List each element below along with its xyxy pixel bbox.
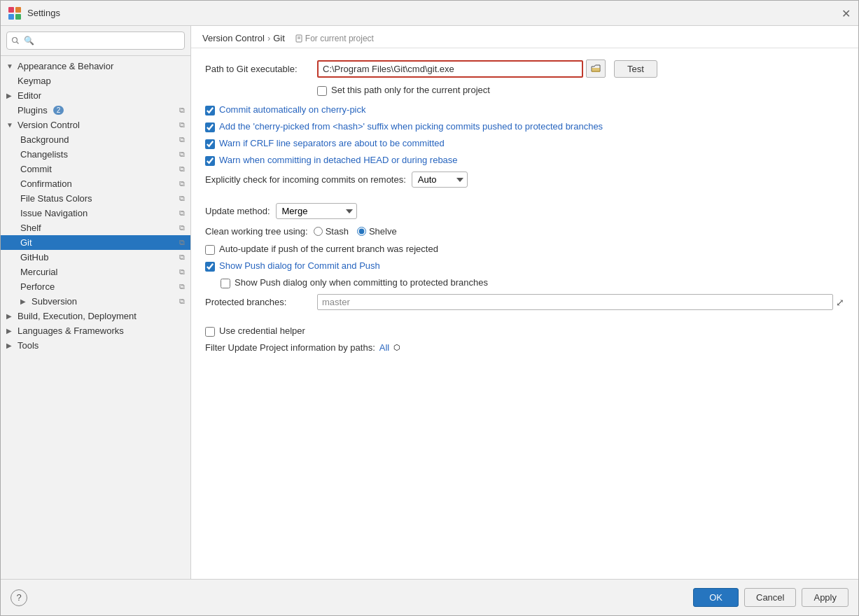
- expand-arrow-tools: ▶: [6, 342, 15, 349]
- svg-rect-2: [8, 14, 14, 20]
- crlf-checkbox[interactable]: [205, 139, 215, 149]
- sidebar-item-file-status[interactable]: File Status Colors ⧉: [1, 191, 190, 206]
- sidebar-item-mercurial[interactable]: Mercurial ⧉: [1, 265, 190, 279]
- filter-value[interactable]: All: [379, 342, 389, 353]
- shelve-radio[interactable]: [357, 227, 366, 236]
- svg-rect-3: [15, 14, 21, 20]
- sidebar: ▼ Appearance & Behavior Keymap ▶ Editor …: [1, 26, 191, 579]
- stash-label: Stash: [326, 226, 349, 237]
- cherry-suffix-label: Add the 'cherry-picked from <hash>' suff…: [219, 121, 603, 132]
- sidebar-item-languages[interactable]: ▶ Languages & Frameworks: [1, 323, 190, 338]
- copy-icon-perforce: ⧉: [179, 282, 185, 291]
- show-push-protected-checkbox[interactable]: [221, 279, 230, 288]
- sidebar-item-version-control[interactable]: ▼ Version Control ⧉: [1, 118, 190, 132]
- filter-spinner[interactable]: ⬡: [393, 343, 400, 352]
- only-project-checkbox[interactable]: [317, 86, 327, 96]
- credential-label: Use credential helper: [219, 326, 305, 336]
- cancel-button[interactable]: Cancel: [744, 588, 796, 607]
- help-button[interactable]: ?: [11, 589, 27, 606]
- detached-checkbox[interactable]: [205, 156, 215, 166]
- filter-label: Filter Update Project information by pat…: [205, 342, 375, 353]
- sidebar-item-changelists[interactable]: Changelists ⧉: [1, 147, 190, 162]
- sidebar-item-plugins[interactable]: Plugins 2 ⧉: [1, 103, 190, 118]
- sidebar-item-commit-label: Commit: [20, 164, 52, 174]
- copy-icon-background: ⧉: [179, 135, 185, 144]
- sidebar-item-tools[interactable]: ▶ Tools: [1, 338, 190, 353]
- auto-update-label: Auto-update if push of the current branc…: [219, 244, 438, 254]
- show-push-row: Show Push dialog for Commit and Push: [205, 260, 844, 272]
- sidebar-item-build-label: Build, Execution, Deployment: [18, 311, 137, 321]
- git-path-row: Path to Git executable: Test: [205, 59, 844, 78]
- update-method-row: Update method: Merge Rebase Branch Defau…: [205, 203, 844, 219]
- expand-arrow-editor: ▶: [6, 92, 15, 99]
- breadcrumb-for-project: For current project: [295, 34, 374, 43]
- only-project-label: Set this path only for the current proje…: [331, 85, 490, 95]
- sidebar-item-perforce[interactable]: Perforce ⧉: [1, 279, 190, 294]
- shelve-option: Shelve: [357, 226, 397, 237]
- test-button[interactable]: Test: [614, 60, 657, 78]
- copy-icon-issue-nav: ⧉: [179, 209, 185, 218]
- copy-icon-vc: ⧉: [179, 120, 185, 130]
- protected-expand-button[interactable]: ⤢: [836, 297, 844, 308]
- clean-label: Clean working tree using:: [205, 226, 308, 237]
- detached-row: Warn when committing in detached HEAD or…: [205, 155, 844, 166]
- folder-icon: [591, 64, 601, 73]
- update-method-dropdown[interactable]: Merge Rebase Branch Default: [276, 203, 357, 219]
- sidebar-item-subversion-label: Subversion: [32, 296, 77, 307]
- clean-row: Clean working tree using: Stash Shelve: [205, 226, 844, 237]
- sidebar-item-file-status-label: File Status Colors: [20, 193, 92, 204]
- sidebar-item-appearance[interactable]: ▼ Appearance & Behavior: [1, 59, 190, 74]
- cherry-suffix-checkbox[interactable]: [205, 122, 215, 132]
- sidebar-item-languages-label: Languages & Frameworks: [18, 326, 124, 336]
- sidebar-item-shelf-label: Shelf: [20, 223, 41, 233]
- sidebar-item-confirmation[interactable]: Confirmation ⧉: [1, 176, 190, 191]
- sidebar-item-github[interactable]: GitHub ⧉: [1, 250, 190, 265]
- git-path-input[interactable]: [317, 60, 583, 78]
- crlf-row: Warn if CRLF line separators are about t…: [205, 138, 844, 149]
- folder-browse-button[interactable]: [586, 59, 606, 78]
- cherry-pick-label: Commit automatically on cherry-pick: [219, 104, 366, 115]
- shelve-label: Shelve: [369, 226, 397, 237]
- expand-arrow-languages: ▶: [6, 327, 15, 335]
- sidebar-item-shelf[interactable]: Shelf ⧉: [1, 220, 190, 235]
- sidebar-item-git[interactable]: Git ⧉: [1, 235, 190, 250]
- sidebar-item-commit[interactable]: Commit ⧉: [1, 162, 190, 176]
- show-push-label: Show Push dialog for Commit and Push: [219, 260, 380, 271]
- sidebar-item-editor[interactable]: ▶ Editor: [1, 88, 190, 103]
- clean-radio-group: Stash Shelve: [314, 226, 397, 237]
- main-content: Version Control › Git For current projec…: [191, 26, 858, 579]
- for-project-label: For current project: [305, 34, 374, 43]
- show-push-checkbox[interactable]: [205, 262, 215, 272]
- action-buttons: OK Cancel Apply: [693, 588, 848, 607]
- svg-rect-1: [15, 7, 21, 13]
- sidebar-item-keymap[interactable]: Keymap: [1, 74, 190, 88]
- incoming-dropdown[interactable]: Auto Always Never: [412, 172, 468, 188]
- protected-label: Protected branches:: [205, 297, 317, 307]
- apply-button[interactable]: Apply: [802, 588, 848, 607]
- sidebar-item-plugins-label: Plugins: [18, 105, 48, 115]
- sidebar-item-build[interactable]: ▶ Build, Execution, Deployment: [1, 309, 190, 323]
- stash-radio[interactable]: [314, 227, 323, 236]
- sidebar-item-background[interactable]: Background ⧉: [1, 132, 190, 147]
- search-input[interactable]: [6, 31, 185, 50]
- credential-row: Use credential helper: [205, 326, 844, 337]
- search-box: [1, 26, 190, 56]
- title-bar-left: Settings: [8, 6, 60, 20]
- expand-arrow-vc: ▼: [6, 121, 15, 129]
- ok-button[interactable]: OK: [693, 588, 739, 607]
- sidebar-item-subversion[interactable]: ▶ Subversion ⧉: [1, 294, 190, 309]
- main-layout: ▼ Appearance & Behavior Keymap ▶ Editor …: [1, 26, 858, 579]
- sidebar-item-mercurial-label: Mercurial: [20, 267, 57, 277]
- incoming-row: Explicitly check for incoming commits on…: [205, 172, 844, 188]
- update-method-label: Update method:: [205, 206, 270, 216]
- auto-update-row: Auto-update if push of the current branc…: [205, 244, 844, 255]
- close-button[interactable]: ✕: [841, 8, 851, 18]
- copy-icon-github: ⧉: [179, 253, 185, 262]
- credential-checkbox[interactable]: [205, 327, 215, 337]
- cherry-pick-checkbox[interactable]: [205, 106, 215, 115]
- auto-update-checkbox[interactable]: [205, 245, 215, 255]
- sidebar-item-issue-nav[interactable]: Issue Navigation ⧉: [1, 206, 190, 220]
- copy-icon-shelf: ⧉: [179, 223, 185, 232]
- sidebar-item-changelists-label: Changelists: [20, 149, 68, 160]
- protected-input[interactable]: [317, 294, 833, 310]
